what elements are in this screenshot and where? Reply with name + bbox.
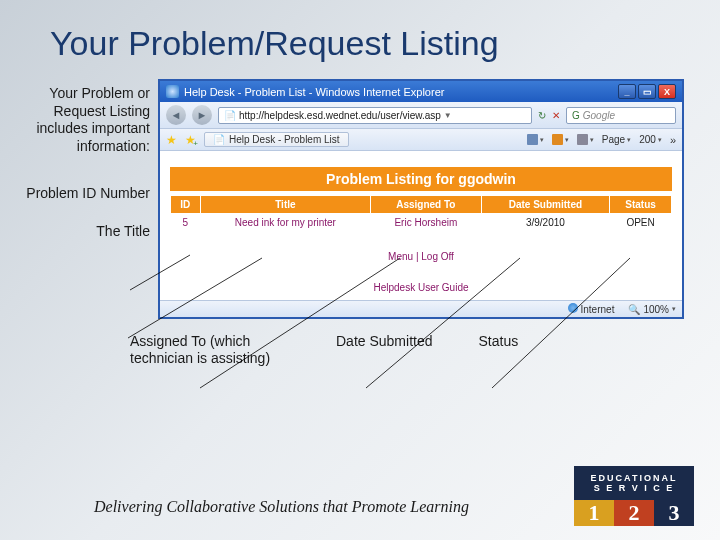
logo-text-block: EDUCATIONAL S E R V I C E <box>574 466 694 500</box>
logo-digit-2: 2 <box>614 500 654 526</box>
back-button[interactable]: ◄ <box>166 105 186 125</box>
toolbar-overflow-icon[interactable]: » <box>670 134 676 146</box>
feeds-button[interactable]: ▾ <box>552 134 569 145</box>
minimize-button[interactable]: _ <box>618 84 636 99</box>
close-button[interactable]: X <box>658 84 676 99</box>
ie-icon <box>166 85 179 98</box>
cell-title[interactable]: Need ink for my printer <box>200 214 370 232</box>
forward-button[interactable]: ► <box>192 105 212 125</box>
zoom-menu-label: 200 <box>639 134 656 145</box>
add-favorite-icon[interactable]: ★+ <box>185 133 196 147</box>
table-header-row: ID Title Assigned To Date Submitted Stat… <box>171 196 672 214</box>
print-button[interactable]: ▾ <box>577 134 594 145</box>
address-bar[interactable]: 📄 http://helpdesk.esd.wednet.edu/user/vi… <box>218 107 532 124</box>
page-menu[interactable]: Page ▾ <box>602 134 631 145</box>
magnifier-icon: 🔍 <box>628 304 640 315</box>
logoff-link[interactable]: Log Off <box>421 251 454 262</box>
stop-icon[interactable]: ✕ <box>552 110 560 121</box>
cell-assigned[interactable]: Eric Horsheim <box>371 214 482 232</box>
search-placeholder: Google <box>583 110 615 121</box>
zoom-dropdown-icon: ▾ <box>672 305 676 313</box>
col-status: Status <box>610 196 672 214</box>
logo-digits: 1 2 3 <box>574 500 694 526</box>
side-annotations: Your Problem or Request Listing includes… <box>20 79 150 319</box>
userguide-link[interactable]: Helpdesk User Guide <box>373 282 468 293</box>
slide-title: Your Problem/Request Listing <box>0 0 720 63</box>
footer-tagline: Delivering Collaborative Solutions that … <box>94 498 469 516</box>
bottom-annotations: Assigned To (which technician is assisti… <box>0 319 720 367</box>
url-text: http://helpdesk.esd.wednet.edu/user/view… <box>239 110 441 121</box>
label-assigned-to: Assigned To (which technician is assisti… <box>130 333 290 367</box>
status-bar: Internet 🔍 100% ▾ <box>160 300 682 317</box>
favorites-icon[interactable]: ★ <box>166 133 177 147</box>
label-the-title: The Title <box>20 223 150 241</box>
window-titlebar: Help Desk - Problem List - Windows Inter… <box>160 81 682 102</box>
browser-tab[interactable]: 📄 Help Desk - Problem List <box>204 132 349 147</box>
home-icon <box>527 134 538 145</box>
cell-date: 3/9/2010 <box>481 214 610 232</box>
page-nav-links: Menu | Log Off <box>166 251 676 262</box>
logo-digit-3: 3 <box>654 500 694 526</box>
tab-label: Help Desk - Problem List <box>229 134 340 145</box>
logo-line2: S E R V I C E <box>594 483 675 493</box>
tab-toolbar: ★ ★+ 📄 Help Desk - Problem List ▾ ▾ ▾ Pa… <box>160 129 682 151</box>
label-status: Status <box>479 333 519 367</box>
cell-id[interactable]: 5 <box>171 214 201 232</box>
rss-icon <box>552 134 563 145</box>
security-zone: Internet <box>568 303 615 315</box>
problem-listing-heading: Problem Listing for ggodwin <box>170 167 672 191</box>
search-box[interactable]: G Google <box>566 107 676 124</box>
label-problem-id: Problem ID Number <box>20 185 150 203</box>
print-icon <box>577 134 588 145</box>
window-buttons: _ ▭ X <box>618 84 676 99</box>
browser-window: Help Desk - Problem List - Windows Inter… <box>158 79 684 319</box>
zoom-menu[interactable]: 200 ▾ <box>639 134 662 145</box>
page-menu-label: Page <box>602 134 625 145</box>
zoom-value: 100% <box>643 304 669 315</box>
window-title-text: Help Desk - Problem List - Windows Inter… <box>184 86 444 98</box>
refresh-icon[interactable]: ↻ <box>538 110 546 121</box>
nav-toolbar: ◄ ► 📄 http://helpdesk.esd.wednet.edu/use… <box>160 102 682 129</box>
esd-logo: EDUCATIONAL S E R V I C E 1 2 3 <box>574 466 694 526</box>
label-date-submitted: Date Submitted <box>336 333 433 367</box>
logo-line1: EDUCATIONAL <box>591 473 678 483</box>
zoom-indicator[interactable]: 🔍 100% ▾ <box>628 304 676 315</box>
globe-icon <box>568 303 578 313</box>
col-assigned: Assigned To <box>371 196 482 214</box>
col-title: Title <box>200 196 370 214</box>
maximize-button[interactable]: ▭ <box>638 84 656 99</box>
problem-table: ID Title Assigned To Date Submitted Stat… <box>170 195 672 231</box>
table-row: 5 Need ink for my printer Eric Horsheim … <box>171 214 672 232</box>
menu-link[interactable]: Menu <box>388 251 413 262</box>
tab-page-icon: 📄 <box>213 134 225 145</box>
url-dropdown-icon[interactable]: ▼ <box>444 111 452 120</box>
cell-status: OPEN <box>610 214 672 232</box>
page-content: Problem Listing for ggodwin ID Title Ass… <box>160 151 682 317</box>
logo-digit-1: 1 <box>574 500 614 526</box>
col-date: Date Submitted <box>481 196 610 214</box>
home-button[interactable]: ▾ <box>527 134 544 145</box>
intro-text: Your Problem or Request Listing includes… <box>20 85 150 155</box>
search-provider-icon: G <box>572 110 580 121</box>
guide-link-row: Helpdesk User Guide <box>166 282 676 293</box>
col-id: ID <box>171 196 201 214</box>
page-icon: 📄 <box>224 110 236 121</box>
